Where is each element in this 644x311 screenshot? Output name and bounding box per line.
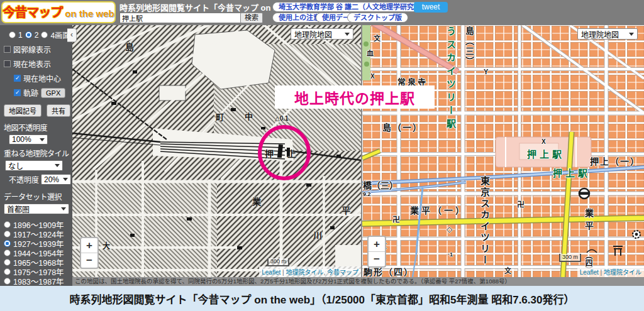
police-icon: X — [541, 138, 546, 145]
map-area: 島 町 中 △0.1 押 上 業 川 平 大 地理院地図 + — [72, 25, 644, 286]
station-label: 押上駅 — [527, 147, 565, 160]
zoom-out-button[interactable]: − — [81, 253, 97, 268]
link-affiliation[interactable]: 埼玉大学教育学部 谷 謙二（人文地理学研究室） — [272, 2, 434, 12]
overlay-tile-value: なし — [8, 160, 23, 171]
chevron-down-icon — [61, 207, 66, 210]
overlay-tile-select[interactable]: なし — [5, 160, 63, 171]
temple-icon: 卍 — [517, 199, 525, 209]
station-label: うスカイツリー駅 — [444, 26, 457, 132]
search-button[interactable]: 検索 — [240, 13, 263, 23]
zoom-out-button[interactable]: − — [369, 251, 385, 266]
checkbox-center-location[interactable] — [14, 75, 21, 82]
sidebar: 1 2 4画面 図郭線表示 現在地表示 現在地中心 軌跡 GPX — [0, 25, 72, 286]
right-scale-bar: 300 m — [559, 254, 581, 262]
checkbox-track[interactable] — [14, 89, 21, 96]
chevron-down-icon — [55, 164, 60, 167]
factory-icon — [633, 231, 640, 238]
logo-sub-text: on the web — [65, 8, 114, 19]
district-label: 島（三） — [463, 26, 475, 67]
left-zoom-control: + − — [80, 237, 99, 269]
dataset-select[interactable]: 首都圏 — [4, 204, 69, 214]
chevron-down-icon — [629, 33, 634, 36]
site-logo[interactable]: 今昔マップ on the web — [1, 1, 116, 23]
map-copyright-strip: この地図は、国土地理院長の承認を得て、同院発行の5万分1地形図、2万5千分1地形… — [72, 277, 644, 286]
elevation-label: ·1 — [448, 251, 453, 258]
metro-station-icon — [579, 188, 590, 199]
map-label: 島 — [125, 40, 134, 53]
logo-main-text: 今昔マップ — [3, 3, 62, 21]
modern-map-canvas[interactable] — [362, 25, 644, 277]
screen-mode-label: 1 — [18, 31, 23, 40]
radio-1-screen[interactable] — [9, 31, 16, 38]
school-icon: 文 — [504, 265, 511, 275]
elevation-label: 9.2 — [363, 191, 371, 197]
screen-mode-label: 2 — [35, 31, 39, 40]
gpx-button[interactable]: GPX — [41, 88, 65, 98]
radio-icon — [4, 240, 11, 247]
fire-station-icon: Y — [484, 68, 488, 75]
map-label: 上 — [287, 147, 296, 160]
zoom-in-button[interactable]: + — [369, 237, 385, 251]
radio-icon — [4, 259, 11, 266]
checkbox-label: 現在地表示 — [13, 58, 51, 69]
footer-caption: 時系列地形図閲覧サイト「今昔マップ on the web」（1/25000「東京… — [0, 286, 644, 311]
attribution-link[interactable]: Leaflet — [580, 269, 599, 276]
checkbox-label: 図郭線表示 — [13, 44, 51, 55]
district-label: 押上（一） — [590, 155, 640, 167]
museum-icon: 血 — [367, 48, 374, 58]
spot-height-label: △0.1 — [275, 115, 289, 122]
search-input[interactable] — [119, 13, 242, 23]
radio-4-screen[interactable] — [41, 31, 48, 38]
zoom-in-button[interactable]: + — [81, 238, 97, 253]
main-row: 1 2 4画面 図郭線表示 現在地表示 現在地中心 軌跡 GPX — [0, 25, 644, 286]
landmark-label: 東京スカイツリー — [478, 176, 491, 266]
left-layer-value: 地理院地図 — [294, 29, 332, 40]
right-attribution: Leaflet | 地理院タイル — [577, 266, 644, 277]
map-label: 平 — [341, 204, 350, 216]
map-opacity-select[interactable]: 100% — [9, 134, 48, 145]
overlay-tile-label: 重ねる地理院タイル — [4, 148, 72, 158]
district-label: 島（一） — [382, 121, 423, 133]
annotation-label: 地上時代の押上駅 — [275, 85, 435, 109]
map-opacity-label: 地図不透明度 — [4, 122, 72, 133]
chevron-down-icon — [40, 138, 45, 141]
right-zoom-control: + − — [367, 236, 386, 268]
old-map-panel[interactable]: 島 町 中 △0.1 押 上 業 川 平 大 地理院地図 + — [72, 25, 361, 277]
map-label: 押 — [265, 147, 274, 160]
radio-2-screen[interactable] — [25, 31, 32, 38]
radio-icon — [4, 221, 11, 228]
radio-icon — [4, 278, 11, 285]
district-label: 業平 — [582, 209, 595, 234]
link-desktop-version[interactable]: デスクトップ版 — [347, 13, 408, 23]
attribution-separator: | — [599, 269, 604, 276]
left-layer-select[interactable]: 地理院地図 — [291, 28, 353, 40]
overlay-opacity-select[interactable]: 20% — [41, 174, 71, 185]
attribution-link[interactable]: 地理院タイル — [286, 269, 323, 276]
tweet-button[interactable]: tweet — [414, 2, 448, 13]
chevron-down-icon — [63, 178, 68, 181]
radio-icon — [4, 231, 11, 237]
checkbox-label: 軌跡 — [23, 87, 38, 98]
attribution-link[interactable]: 今昔マップ — [327, 269, 358, 276]
attribution-link[interactable]: Leaflet — [262, 269, 280, 276]
map-label: 川 — [313, 229, 322, 241]
left-scale-bar: 300 m — [267, 258, 289, 266]
checkbox-grid-lines[interactable] — [4, 46, 11, 53]
radio-icon — [4, 249, 11, 256]
district-label: 橋（三） — [363, 178, 398, 191]
share-button[interactable]: 共有 — [47, 104, 70, 117]
map-symbols-button[interactable]: 地図記号 — [4, 104, 42, 117]
dataset-value: 首都圏 — [7, 204, 30, 214]
overlay-opacity-value: 20% — [44, 175, 59, 184]
dataset-label: データセット選択 — [4, 191, 72, 202]
checkbox-label: 現在地中心 — [23, 73, 61, 84]
sidebar-collapse-button[interactable]: ‹ — [67, 28, 77, 42]
attribution-link[interactable]: 地理院タイル — [604, 269, 641, 276]
station-label: 押上駅 — [553, 166, 591, 179]
police-icon: X — [370, 73, 375, 80]
modern-map-panel[interactable]: うスカイツリー駅 押上駅 押上駅 島（三） 常泉寺 島（一） 押上（一） 橋（三… — [362, 25, 644, 277]
checkbox-current-location[interactable] — [4, 60, 11, 67]
right-layer-select[interactable]: 地理院地図 — [577, 28, 638, 40]
map-opacity-value: 100% — [12, 135, 31, 144]
header: 今昔マップ on the web 時系列地形図閲覧サイト「今昔マップ on th… — [0, 0, 644, 25]
